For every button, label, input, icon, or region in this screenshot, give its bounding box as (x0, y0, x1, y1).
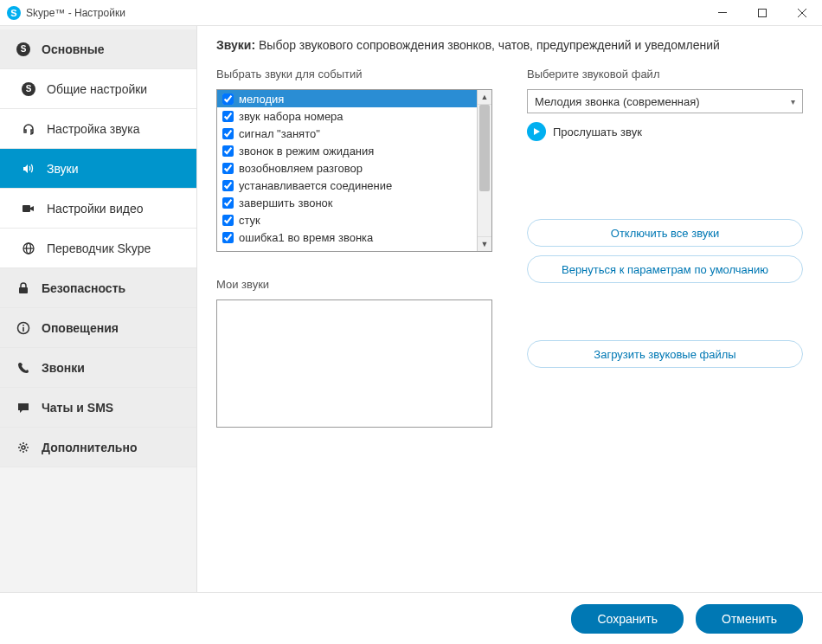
content-pane: Звуки: Выбор звукового сопровождения зво… (197, 26, 822, 592)
event-row[interactable]: мелодия (217, 90, 477, 107)
sidebar-item-label: Чаты и SMS (42, 401, 113, 415)
titlebar: S Skype™ - Настройки (0, 0, 822, 26)
event-checkbox[interactable] (222, 93, 234, 105)
speaker-icon (21, 162, 36, 176)
sidebar-item-7[interactable]: Оповещения (0, 308, 196, 348)
skype-icon: S (7, 6, 21, 20)
sidebar-item-label: Переводчик Skype (47, 242, 151, 255)
svg-rect-0 (718, 12, 727, 13)
svg-rect-4 (22, 205, 30, 212)
event-label: звук набора номера (239, 110, 344, 123)
event-checkbox[interactable] (222, 215, 234, 226)
skype-icon: S (16, 42, 31, 56)
event-checkbox[interactable] (222, 163, 234, 174)
event-checkbox[interactable] (222, 128, 234, 139)
events-label: Выбрать звуки для событий (216, 68, 492, 80)
events-listbox[interactable]: мелодиязвук набора номерасигнал "занято"… (216, 89, 492, 252)
scroll-up-icon[interactable]: ▲ (478, 90, 491, 105)
sidebar-item-label: Общие настройки (47, 82, 147, 96)
page-title-rest: Выбор звукового сопровождения звонков, ч… (255, 38, 720, 52)
close-button[interactable] (782, 0, 822, 26)
soundfile-dropdown[interactable]: Мелодия звонка (современная) ▾ (527, 89, 803, 113)
svg-marker-13 (534, 128, 540, 135)
my-sounds-listbox[interactable] (216, 299, 492, 428)
my-sounds-label: Мои звуки (216, 278, 492, 291)
event-label: сигнал "занято" (239, 127, 320, 140)
sidebar-item-label: Оповещения (42, 321, 119, 335)
minimize-icon (718, 12, 727, 13)
save-button[interactable]: Сохранить (571, 604, 684, 634)
event-label: звонок в режим ожидания (239, 145, 374, 158)
phone-icon (16, 361, 31, 375)
play-icon (532, 127, 541, 136)
event-label: стук (239, 214, 260, 227)
globe-icon (21, 242, 36, 255)
upload-sounds-button[interactable]: Загрузить звуковые файлы (527, 340, 803, 368)
event-row[interactable]: завершить звонок (217, 194, 477, 211)
maximize-button[interactable] (742, 0, 782, 26)
chevron-down-icon: ▾ (791, 97, 795, 106)
sidebar-item-10[interactable]: Дополнительно (0, 428, 196, 467)
sidebar-item-label: Звонки (42, 361, 85, 375)
reset-defaults-button[interactable]: Вернуться к параметрам по умолчанию (527, 255, 803, 283)
sidebar-item-label: Звуки (47, 162, 79, 176)
skype-icon: S (21, 82, 36, 96)
event-label: устанавливается соединение (239, 179, 392, 192)
scroll-thumb[interactable] (479, 105, 490, 191)
play-row: Прослушать звук (527, 122, 803, 141)
maximize-icon (758, 9, 767, 17)
sidebar-item-label: Настройка звука (47, 122, 140, 136)
event-checkbox[interactable] (222, 197, 234, 209)
sidebar-item-2[interactable]: Настройка звука (0, 109, 196, 149)
play-label: Прослушать звук (553, 126, 642, 138)
svg-rect-10 (22, 327, 24, 332)
event-checkbox[interactable] (222, 145, 234, 157)
play-button[interactable] (527, 122, 546, 141)
svg-rect-1 (759, 9, 767, 16)
event-row[interactable]: возобновляем разговор (217, 159, 477, 177)
page-title-bold: Звуки: (216, 38, 255, 52)
event-row[interactable]: устанавливается соединение (217, 177, 477, 194)
cancel-button[interactable]: Отменить (696, 604, 803, 634)
sidebar-item-3[interactable]: Звуки (0, 149, 196, 189)
sidebar-item-5[interactable]: Переводчик Skype (0, 229, 196, 268)
scrollbar[interactable]: ▲ ▼ (477, 90, 491, 251)
footer: Сохранить Отменить (0, 592, 822, 644)
sidebar-item-6[interactable]: Безопасность (0, 268, 196, 308)
headset-icon (21, 122, 36, 136)
soundfile-label: Выберите звуковой файл (527, 68, 803, 80)
minimize-button[interactable] (703, 0, 742, 26)
sidebar-item-label: Настройки видео (47, 202, 144, 216)
event-row[interactable]: ошибка1 во время звонка (217, 229, 477, 246)
svg-rect-8 (19, 287, 28, 293)
chat-icon (16, 401, 31, 415)
sidebar-item-0[interactable]: SОсновные (0, 29, 196, 69)
info-icon (16, 321, 31, 335)
event-row[interactable]: сигнал "занято" (217, 125, 477, 142)
event-checkbox[interactable] (222, 180, 234, 191)
event-checkbox[interactable] (222, 232, 234, 243)
svg-point-12 (22, 446, 25, 449)
event-row[interactable]: стук (217, 211, 477, 229)
sidebar-item-label: Безопасность (42, 281, 125, 295)
svg-rect-11 (22, 325, 24, 326)
disable-all-button[interactable]: Отключить все звуки (527, 219, 803, 247)
lock-icon (16, 281, 31, 295)
window-controls (703, 0, 822, 26)
event-label: мелодия (239, 93, 284, 106)
event-checkbox[interactable] (222, 111, 234, 122)
sidebar-item-8[interactable]: Звонки (0, 348, 196, 388)
event-row[interactable]: звук набора номера (217, 107, 477, 125)
sidebar-item-9[interactable]: Чаты и SMS (0, 388, 196, 428)
event-label: возобновляем разговор (239, 162, 363, 175)
sidebar-item-1[interactable]: SОбщие настройки (0, 69, 196, 109)
dropdown-value: Мелодия звонка (современная) (535, 95, 700, 108)
event-label: ошибка1 во время звонка (239, 231, 373, 244)
page-title: Звуки: Выбор звукового сопровождения зво… (216, 38, 803, 52)
scroll-down-icon[interactable]: ▼ (478, 236, 491, 251)
gear-icon (16, 441, 31, 454)
event-row[interactable]: звонок в режим ожидания (217, 142, 477, 159)
camera-icon (21, 202, 36, 216)
sidebar-item-4[interactable]: Настройки видео (0, 189, 196, 229)
close-icon (798, 9, 806, 17)
